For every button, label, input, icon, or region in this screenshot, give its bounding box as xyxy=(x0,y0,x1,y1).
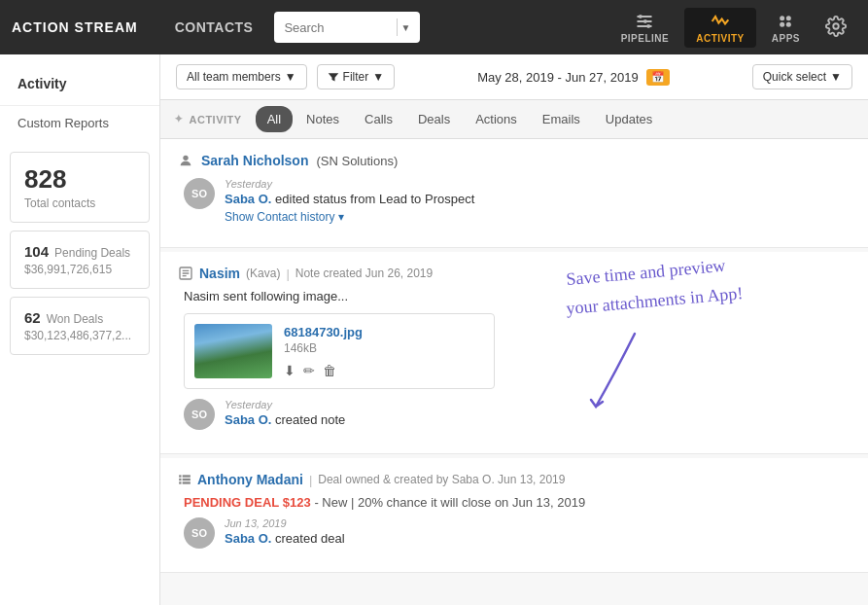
team-members-filter[interactable]: All team members ▼ xyxy=(176,64,307,89)
anthony-separator: | xyxy=(309,473,312,487)
quick-select-button[interactable]: Quick select ▼ xyxy=(752,64,852,89)
svg-rect-2 xyxy=(647,24,650,27)
add-activity-icon[interactable]: ✦ xyxy=(174,113,184,125)
delete-icon[interactable]: 🗑 xyxy=(323,363,336,378)
calendar-icon[interactable]: 📅 xyxy=(646,69,670,86)
sidebar-item-activity[interactable]: Activity xyxy=(0,62,159,106)
nasim-header: Nasim (Kava) | Note created Jun 26, 2019 xyxy=(178,266,851,281)
saba-avatar-1: SO xyxy=(184,178,215,209)
tab-all[interactable]: All xyxy=(256,106,293,132)
brand-logo: ACTION STREAM xyxy=(12,19,154,35)
sidebar-item-custom-reports[interactable]: Custom Reports xyxy=(0,106,159,140)
tab-emails[interactable]: Emails xyxy=(531,106,592,132)
nasim-note-date: Note created Jun 26, 2019 xyxy=(295,267,433,280)
svg-point-4 xyxy=(786,16,791,20)
anthony-deal-line: PENDING DEAL $123 - New | 20% chance it … xyxy=(178,495,851,510)
won-deals-number: 62 xyxy=(24,309,41,326)
team-filter-label: All team members xyxy=(187,70,281,84)
svg-point-7 xyxy=(833,23,839,29)
sarah-company: (SN Solutions) xyxy=(316,154,398,168)
nasim-note-entry: SO Yesterday Saba O. created note xyxy=(178,399,851,430)
search-input[interactable] xyxy=(284,20,391,35)
anthony-entry: SO Jun 13, 2019 Saba O. created deal xyxy=(178,517,851,549)
deal-stage: - New | 20% chance it will close on Jun … xyxy=(314,495,585,510)
pending-deals-number: 104 xyxy=(24,243,49,260)
date-range-text: May 28, 2019 - Jun 27, 2019 xyxy=(477,70,639,85)
filter-button[interactable]: Filter ▼ xyxy=(317,64,396,89)
search-dropdown-arrow[interactable]: ▼ xyxy=(401,22,411,33)
activity-section-label: ACTIVITY xyxy=(190,114,242,125)
tab-updates[interactable]: Updates xyxy=(594,106,664,132)
filter-arrow: ▼ xyxy=(372,70,384,84)
anthony-name[interactable]: Anthony Madani xyxy=(197,472,303,487)
filter-icon xyxy=(328,71,339,83)
nasim-company: (Kava) xyxy=(246,267,280,280)
edit-icon[interactable]: ✏ xyxy=(303,363,315,378)
top-navigation: ACTION STREAM CONTACTS ▼ PIPELINE ACTIVI… xyxy=(0,0,868,54)
deal-stage-text: New xyxy=(322,495,347,510)
nasim-name[interactable]: Nasim xyxy=(199,266,240,281)
team-filter-arrow: ▼ xyxy=(285,70,296,84)
sarah-name[interactable]: Sarah Nicholson xyxy=(201,153,308,168)
anthony-entry-date: Jun 13, 2019 xyxy=(225,517,851,529)
settings-button[interactable] xyxy=(816,8,856,48)
won-deals-label: Won Deals xyxy=(47,312,103,326)
saba-avatar-2: SO xyxy=(184,399,215,430)
pending-deals-inline: 104 Pending Deals xyxy=(24,243,135,260)
won-deals-amount: $30,123,486,377,2... xyxy=(24,329,135,342)
sarah-entry-content: Yesterday Saba O. edited status from Lea… xyxy=(225,178,851,224)
tab-calls[interactable]: Calls xyxy=(353,106,404,132)
svg-rect-13 xyxy=(183,475,191,477)
nav-pipeline-button[interactable]: PIPELINE xyxy=(609,8,681,48)
total-contacts-number: 828 xyxy=(24,164,135,195)
attachment-info: 68184730.jpg 146kB ⬇ ✏ 🗑 xyxy=(284,325,484,378)
feed-item-nasim: Nasim (Kava) | Note created Jun 26, 2019… xyxy=(160,252,868,454)
nav-apps-button[interactable]: APPS xyxy=(760,8,812,48)
svg-rect-12 xyxy=(179,481,181,483)
activity-tab-label: ✦ ACTIVITY xyxy=(174,113,254,125)
sarah-entry-date: Yesterday xyxy=(225,178,851,190)
sarah-actor-link[interactable]: Saba O. xyxy=(225,192,271,206)
pending-deals-label: Pending Deals xyxy=(54,246,130,260)
deal-list-icon xyxy=(178,473,191,486)
stat-card-pending: 104 Pending Deals $36,991,726,615 xyxy=(10,231,150,289)
anthony-entry-text: Saba O. created deal xyxy=(225,531,851,546)
won-deals-inline: 62 Won Deals xyxy=(24,309,135,326)
attachment-card: 68184730.jpg 146kB ⬇ ✏ 🗑 xyxy=(184,313,495,389)
note-icon xyxy=(178,266,193,281)
gear-icon xyxy=(825,16,847,37)
attachment-size: 146kB xyxy=(284,341,484,355)
nav-contacts-link[interactable]: CONTACTS xyxy=(161,19,267,35)
svg-rect-14 xyxy=(183,479,191,480)
quick-select-arrow: ▼ xyxy=(830,70,842,84)
show-history-link[interactable]: Show Contact history ▾ xyxy=(225,210,851,224)
activity-feed: Save time and preview your attachments i… xyxy=(160,139,868,605)
nav-icon-group: PIPELINE ACTIVITY APPS xyxy=(609,8,856,48)
deal-amount-value: $123 xyxy=(283,495,311,510)
nasim-company-text: (Kava) xyxy=(246,267,280,280)
feed-item-anthony: Anthony Madani | Deal owned & created by… xyxy=(160,458,868,573)
tab-actions[interactable]: Actions xyxy=(464,106,529,132)
activity-label: ACTIVITY xyxy=(696,33,745,44)
sidebar: Activity Custom Reports 828 Total contac… xyxy=(0,54,160,605)
content-area: All team members ▼ Filter ▼ May 28, 2019… xyxy=(160,54,868,605)
svg-point-6 xyxy=(786,21,791,26)
attachment-filename[interactable]: 68184730.jpg xyxy=(284,325,484,339)
anthony-header: Anthony Madani | Deal owned & created by… xyxy=(178,472,851,487)
svg-rect-0 xyxy=(640,15,642,18)
sarah-header: Sarah Nicholson (SN Solutions) xyxy=(178,153,851,168)
nasim-entry-date: Yesterday xyxy=(225,399,851,410)
tab-notes[interactable]: Notes xyxy=(295,106,351,132)
anthony-actor-link[interactable]: Saba O. xyxy=(225,531,271,546)
attachment-thumb-bg xyxy=(194,324,272,378)
anthony-entry-content: Jun 13, 2019 Saba O. created deal xyxy=(225,517,851,546)
svg-rect-10 xyxy=(179,475,181,477)
nasim-actor-link[interactable]: Saba O. xyxy=(225,412,271,427)
toolbar: All team members ▼ Filter ▼ May 28, 2019… xyxy=(160,54,868,100)
feed-item-sarah: Sarah Nicholson (SN Solutions) SO Yester… xyxy=(160,139,868,248)
svg-point-8 xyxy=(183,156,188,160)
tab-deals[interactable]: Deals xyxy=(406,106,462,132)
nav-activity-button[interactable]: ACTIVITY xyxy=(684,8,756,48)
download-icon[interactable]: ⬇ xyxy=(284,363,295,378)
nasim-intro: Nasim sent following image... xyxy=(178,289,851,303)
